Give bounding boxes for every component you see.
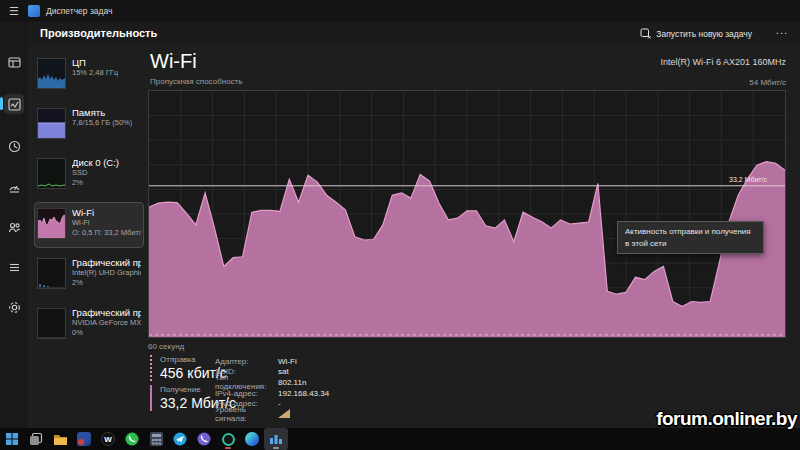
perf-item-title: Графический про... <box>72 307 141 318</box>
memory-mini-chart <box>37 108 66 139</box>
navigation-rail <box>0 22 28 428</box>
window-title: Диспетчер задач <box>46 6 113 16</box>
services-icon[interactable] <box>4 297 24 317</box>
signal-strength-icon <box>278 409 290 420</box>
details-icon[interactable] <box>4 257 24 277</box>
perf-item-subtitle2: 0% <box>72 328 141 338</box>
perf-item-gpu1[interactable]: Графический про... NVIDIA GeForce MX250 … <box>34 302 144 348</box>
more-options-button[interactable]: ... <box>776 24 788 36</box>
perf-item-subtitle: 7,8/15,6 ГБ (50%) <box>72 118 132 128</box>
menu-icon[interactable]: ☰ <box>0 5 28 18</box>
throughput-label: Пропускная способность <box>150 77 242 86</box>
perf-item-title: ЦП <box>72 57 118 68</box>
tooltip-text-line1: Активность отправки и получения <box>625 226 756 238</box>
detail-row-adapter: Адаптер: Wi-Fi <box>215 356 329 367</box>
taskbar: W <box>0 428 800 450</box>
run-new-task-label: Запустить новую задачу <box>656 29 752 39</box>
gpu1-mini-chart <box>37 308 66 339</box>
users-icon[interactable] <box>4 217 24 237</box>
wifi-section-title: Wi-Fi <box>150 50 197 73</box>
scale-max-label: 54 Мбит/с <box>749 78 786 87</box>
audio-player-button[interactable] <box>216 428 240 450</box>
perf-item-subtitle: 15% 2,48 ГГц <box>72 68 118 78</box>
page-header: Производительность Запустить новую задач… <box>28 22 800 46</box>
perf-item-title: Wi-Fi <box>72 207 141 218</box>
connection-details: Адаптер: Wi-Fi SSID: sat Тип подключения… <box>215 356 329 420</box>
perf-item-subtitle: Intel(R) UHD Graphics <box>72 268 141 278</box>
page-title: Производительность <box>40 27 157 39</box>
perf-item-disk[interactable]: Диск 0 (C:) SSD 2% <box>34 152 144 198</box>
viber-button[interactable] <box>192 428 216 450</box>
detail-row-connection-type: Тип подключения: 802.11n <box>215 377 329 388</box>
perf-item-subtitle: SSD <box>72 168 119 178</box>
chart-tooltip: Активность отправки и получения в этой с… <box>617 221 764 254</box>
app-history-icon[interactable] <box>4 136 24 156</box>
perf-item-title: Память <box>72 107 132 118</box>
adapter-full-name: Intel(R) Wi-Fi 6 AX201 160MHz <box>660 57 786 67</box>
perf-item-subtitle2: О: 0,5 П: 33,2 Мбит/с <box>72 228 141 238</box>
perf-item-cpu[interactable]: ЦП 15% 2,48 ГГц <box>34 52 144 98</box>
detail-row-signal: Уровень сигнала: <box>215 409 329 420</box>
disk-mini-chart <box>37 158 66 189</box>
telegram-button[interactable] <box>168 428 192 450</box>
perf-item-memory[interactable]: Память 7,8/15,6 ГБ (50%) <box>34 102 144 148</box>
time-window-label: 60 секунд <box>148 342 184 351</box>
start-button[interactable] <box>0 428 24 450</box>
detail-row-ipv4: IPv4-адрес: 192.168.43.34 <box>215 388 329 399</box>
gpu0-mini-chart <box>37 258 66 289</box>
run-new-task-button[interactable]: Запустить новую задачу <box>634 25 758 42</box>
cpu-mini-chart <box>37 58 66 89</box>
perf-item-title: Диск 0 (C:) <box>72 157 119 168</box>
running-indicator <box>273 447 279 449</box>
perf-item-gpu0[interactable]: Графический про... Intel(R) UHD Graphics… <box>34 252 144 298</box>
task-manager-button[interactable] <box>264 428 288 450</box>
run-new-task-icon <box>640 28 651 39</box>
game-center-button[interactable]: W <box>96 428 120 450</box>
calculator-app-button[interactable] <box>144 428 168 450</box>
perf-item-wifi[interactable]: Wi-Fi Wi-Fi О: 0,5 П: 33,2 Мбит/с <box>34 202 144 248</box>
whatsapp-button[interactable] <box>120 428 144 450</box>
startup-apps-icon[interactable] <box>4 177 24 197</box>
perf-item-title: Графический про... <box>72 257 141 268</box>
wifi-mini-chart <box>37 208 66 239</box>
wifi-throughput-chart[interactable]: 33,2 Мбит/с <box>148 90 786 338</box>
tooltip-text-line2: в этой сети <box>625 238 756 250</box>
processes-icon[interactable] <box>4 52 24 72</box>
task-view-button[interactable] <box>24 428 48 450</box>
current-rate-line-label: 33,2 Мбит/с <box>729 176 767 183</box>
running-indicator <box>225 447 231 449</box>
performance-list: ЦП 15% 2,48 ГГц Память 7,8/15,6 ГБ (50%)… <box>34 52 144 352</box>
perf-item-subtitle: Wi-Fi <box>72 218 141 228</box>
file-explorer-button[interactable] <box>48 428 72 450</box>
task-manager-app-icon <box>28 5 40 17</box>
perf-item-subtitle: NVIDIA GeForce MX250 <box>72 318 141 328</box>
watermark: forum.onliner.by <box>656 408 797 430</box>
perf-item-subtitle2: 2% <box>72 278 141 288</box>
media-app-button[interactable] <box>72 428 96 450</box>
titlebar: ☰ Диспетчер задач <box>0 0 800 22</box>
edge-browser-button[interactable] <box>240 428 264 450</box>
perf-item-subtitle2: 2% <box>72 178 119 188</box>
performance-icon[interactable] <box>4 94 24 114</box>
